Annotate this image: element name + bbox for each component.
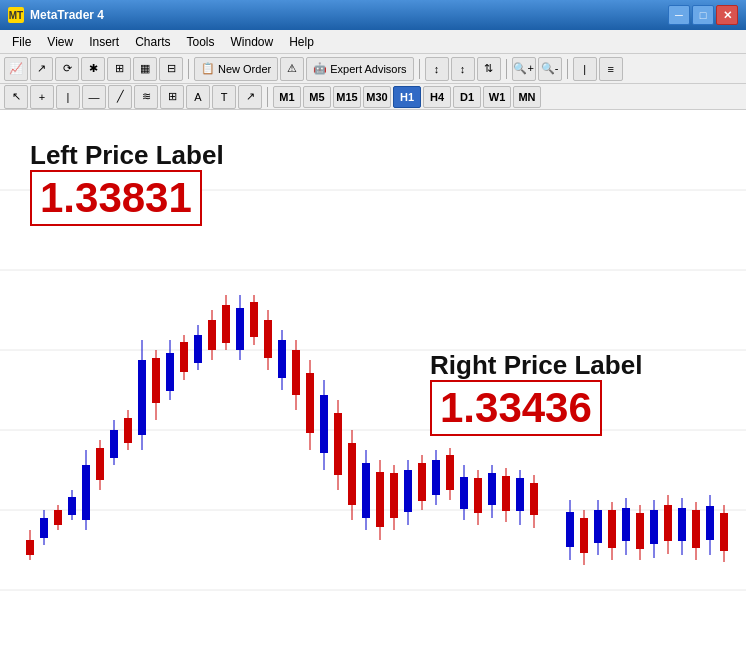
tf-m30[interactable]: M30 [363,86,391,108]
svg-rect-52 [334,413,342,475]
toolbar-row-1: 📈 ↗ ⟳ ✱ ⊞ ▦ ⊟ 📋 New Order ⚠ 🤖 Expert Adv… [0,54,746,84]
hist-btn[interactable]: ↕ [425,57,449,81]
app-icon: MT [8,7,24,23]
svg-rect-32 [194,335,202,363]
tool3[interactable]: ⊞ [107,57,131,81]
svg-rect-66 [432,460,440,495]
sep4 [567,59,568,79]
new-order-icon: 📋 [201,62,215,75]
trendline-btn[interactable]: ╱ [108,85,132,109]
tf-h1[interactable]: H1 [393,86,421,108]
chart-btn1[interactable]: | [573,57,597,81]
svg-rect-102 [706,506,714,540]
cross-btn[interactable]: + [30,85,54,109]
new-order-btn[interactable]: 📋 New Order [194,57,278,81]
svg-rect-12 [54,510,62,525]
svg-rect-78 [516,478,524,511]
sep5 [267,87,268,107]
svg-rect-54 [348,443,356,505]
svg-rect-24 [138,360,146,435]
channel-btn[interactable]: ≋ [134,85,158,109]
label-btn[interactable]: T [212,85,236,109]
menu-file[interactable]: File [4,33,39,51]
svg-rect-46 [292,350,300,395]
fib-btn[interactable]: ⊞ [160,85,184,109]
zoom-out-btn[interactable]: 🔍- [538,57,562,81]
tf-mn[interactable]: MN [513,86,541,108]
title-bar: MT MetaTrader 4 ─ □ ✕ [0,0,746,30]
tf-h4[interactable]: H4 [423,86,451,108]
sep2 [419,59,420,79]
svg-rect-94 [650,510,658,544]
svg-rect-70 [460,477,468,509]
tf-m1[interactable]: M1 [273,86,301,108]
zoom-in-btn[interactable]: 🔍+ [512,57,536,81]
text-btn[interactable]: A [186,85,210,109]
tf-m15[interactable]: M15 [333,86,361,108]
hist-btn2[interactable]: ↕ [451,57,475,81]
window-controls: ─ □ ✕ [668,5,738,25]
svg-rect-56 [362,463,370,518]
arrow-btn[interactable]: ↗ [30,57,53,81]
sep1 [188,59,189,79]
new-order-label: New Order [218,63,271,75]
svg-rect-22 [124,418,132,443]
chart-area[interactable]: Left Price Label 1.33831 Right Price Lab… [0,110,746,648]
arrow-tool-btn[interactable]: ↗ [238,85,262,109]
expert-advisors-btn[interactable]: 🤖 Expert Advisors [306,57,413,81]
sep3 [506,59,507,79]
left-price-label: 1.33831 [30,170,202,226]
svg-rect-76 [502,476,510,511]
svg-rect-64 [418,463,426,501]
svg-rect-48 [306,373,314,433]
svg-rect-44 [278,340,286,378]
tool4[interactable]: ▦ [133,57,157,81]
tf-m5[interactable]: M5 [303,86,331,108]
close-button[interactable]: ✕ [716,5,738,25]
svg-rect-88 [608,510,616,548]
app-title: MetaTrader 4 [30,8,104,22]
svg-rect-100 [692,510,700,548]
svg-rect-42 [264,320,272,358]
svg-rect-50 [320,395,328,453]
new-chart-btn[interactable]: 📈 [4,57,28,81]
svg-rect-34 [208,320,216,350]
tool5[interactable]: ⊟ [159,57,183,81]
svg-rect-68 [446,455,454,490]
svg-rect-74 [488,473,496,505]
svg-rect-8 [26,540,34,555]
menu-view[interactable]: View [39,33,81,51]
vline-btn[interactable]: | [56,85,80,109]
svg-rect-38 [236,308,244,350]
chart-btn2[interactable]: ≡ [599,57,623,81]
tool2[interactable]: ✱ [81,57,105,81]
svg-rect-30 [180,342,188,372]
svg-rect-16 [82,465,90,520]
svg-rect-20 [110,430,118,458]
svg-rect-90 [622,508,630,541]
hline-btn[interactable]: — [82,85,106,109]
svg-rect-18 [96,448,104,480]
hist-btn3[interactable]: ⇅ [477,57,501,81]
minimize-button[interactable]: ─ [668,5,690,25]
svg-rect-10 [40,518,48,538]
menu-help[interactable]: Help [281,33,322,51]
svg-rect-72 [474,478,482,513]
svg-rect-28 [166,353,174,391]
svg-rect-40 [250,302,258,337]
menu-window[interactable]: Window [223,33,282,51]
tf-w1[interactable]: W1 [483,86,511,108]
tf-d1[interactable]: D1 [453,86,481,108]
svg-rect-82 [566,512,574,547]
svg-rect-26 [152,358,160,403]
cursor-btn[interactable]: ↖ [4,85,28,109]
alert-btn[interactable]: ⚠ [280,57,304,81]
right-price-title: Right Price Label [430,350,642,381]
tool1[interactable]: ⟳ [55,57,79,81]
maximize-button[interactable]: □ [692,5,714,25]
ea-icon: 🤖 [313,62,327,75]
menu-insert[interactable]: Insert [81,33,127,51]
menu-tools[interactable]: Tools [179,33,223,51]
menu-charts[interactable]: Charts [127,33,178,51]
svg-rect-98 [678,508,686,541]
